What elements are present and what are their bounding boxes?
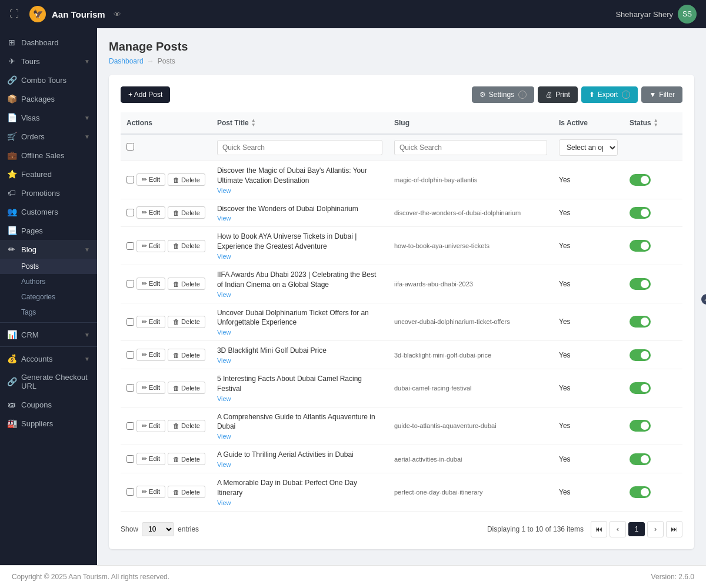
sidebar-item-customers[interactable]: 👥 Customers <box>0 202 97 221</box>
eye-icon[interactable]: 👁 <box>114 10 121 19</box>
settings-info-icon[interactable]: i <box>518 91 527 99</box>
edit-button-2[interactable]: ✏ Edit <box>136 240 165 252</box>
main-layout: ⊞ Dashboard ✈ Tours ▼ 🔗 Combo Tours 📦 Pa… <box>0 28 706 565</box>
next-page-button[interactable]: › <box>647 521 664 537</box>
edit-button-6[interactable]: ✏ Edit <box>136 382 165 394</box>
generate-checkout-icon: 🔗 <box>7 377 16 386</box>
delete-button-9[interactable]: 🗑 Delete <box>168 486 205 498</box>
export-button[interactable]: ⬆ Export i <box>581 86 638 103</box>
sidebar-item-suppliers[interactable]: 🏭 Suppliers <box>0 414 97 433</box>
edit-button-9[interactable]: ✏ Edit <box>136 486 165 498</box>
sidebar-item-blog[interactable]: ✏ Blog ▼ ◀ <box>0 240 97 259</box>
sidebar-item-accounts[interactable]: 💰 Accounts ▼ <box>0 349 97 368</box>
breadcrumb-home[interactable]: Dashboard <box>109 57 144 65</box>
expand-icon[interactable]: ⛶ <box>9 9 19 19</box>
row-checkbox-7[interactable] <box>126 422 134 430</box>
th-post-title[interactable]: Post Title ▲▼ <box>211 112 388 134</box>
post-view-link-8[interactable]: View <box>217 461 382 468</box>
sidebar-item-visas[interactable]: 📄 Visas ▼ <box>0 108 97 127</box>
sidebar-item-dashboard[interactable]: ⊞ Dashboard <box>0 33 97 52</box>
sidebar-item-pages[interactable]: 📃 Pages <box>0 221 97 240</box>
sidebar-item-tours[interactable]: ✈ Tours ▼ <box>0 52 97 71</box>
row-is-active-0: Yes <box>553 161 624 199</box>
prev-page-button[interactable]: ‹ <box>610 521 626 537</box>
status-toggle-3[interactable] <box>630 278 651 290</box>
filter-button[interactable]: ▼ Filter <box>641 86 682 103</box>
post-view-link-1[interactable]: View <box>217 215 382 222</box>
row-title-9: A Memorable Day in Dubai: Perfect One Da… <box>211 473 388 511</box>
delete-button-8[interactable]: 🗑 Delete <box>168 453 205 465</box>
sidebar-sub-authors[interactable]: Authors <box>0 274 97 289</box>
sidebar-sub-tags[interactable]: Tags <box>0 305 97 320</box>
sidebar-sub-posts[interactable]: Posts <box>0 259 97 274</box>
row-checkbox-8[interactable] <box>126 455 134 463</box>
sidebar-item-coupons[interactable]: 🎟 Coupons <box>0 395 97 414</box>
edit-button-4[interactable]: ✏ Edit <box>136 316 165 328</box>
export-info-icon[interactable]: i <box>622 91 630 99</box>
edit-button-7[interactable]: ✏ Edit <box>136 420 165 432</box>
th-status[interactable]: Status ▲▼ <box>624 112 682 134</box>
row-actions-0: ✏ Edit 🗑 Delete <box>121 161 211 199</box>
delete-button-4[interactable]: 🗑 Delete <box>168 316 205 328</box>
post-view-link-6[interactable]: View <box>217 395 382 402</box>
edit-button-5[interactable]: ✏ Edit <box>136 349 165 361</box>
post-view-link-7[interactable]: View <box>217 433 382 440</box>
row-checkbox-5[interactable] <box>126 351 134 359</box>
post-view-link-3[interactable]: View <box>217 291 382 298</box>
post-view-link-4[interactable]: View <box>217 329 382 336</box>
status-toggle-5[interactable] <box>630 349 651 361</box>
sidebar-item-offline-sales[interactable]: 💼 Offline Sales <box>0 146 97 165</box>
post-view-link-0[interactable]: View <box>217 187 382 194</box>
delete-button-6[interactable]: 🗑 Delete <box>168 382 205 394</box>
slug-search[interactable] <box>394 140 547 155</box>
sidebar-item-promotions[interactable]: 🏷 Promotions <box>0 183 97 202</box>
status-toggle-2[interactable] <box>630 240 651 252</box>
row-checkbox-2[interactable] <box>126 242 134 250</box>
row-checkbox-6[interactable] <box>126 384 134 392</box>
post-view-link-9[interactable]: View <box>217 499 382 506</box>
status-toggle-0[interactable] <box>630 174 651 186</box>
edit-button-1[interactable]: ✏ Edit <box>136 206 165 219</box>
last-page-button[interactable]: ⏭ <box>666 521 682 537</box>
status-toggle-8[interactable] <box>630 453 651 465</box>
first-page-button[interactable]: ⏮ <box>591 521 607 537</box>
settings-button[interactable]: ⚙ Settings i <box>472 86 534 103</box>
post-title-search[interactable] <box>217 140 382 155</box>
edit-button-3[interactable]: ✏ Edit <box>136 278 165 290</box>
delete-button-3[interactable]: 🗑 Delete <box>168 278 205 290</box>
status-toggle-7[interactable] <box>630 420 651 432</box>
add-post-button[interactable]: + Add Post <box>121 86 170 103</box>
status-toggle-4[interactable] <box>630 316 651 328</box>
row-checkbox-3[interactable] <box>126 280 134 288</box>
sidebar-item-crm[interactable]: 📊 CRM ▼ <box>0 325 97 344</box>
row-checkbox-4[interactable] <box>126 318 134 326</box>
select-all-checkbox[interactable] <box>126 143 134 151</box>
row-checkbox-0[interactable] <box>126 176 134 183</box>
edit-button-8[interactable]: ✏ Edit <box>136 453 165 465</box>
row-checkbox-9[interactable] <box>126 488 134 496</box>
sidebar-item-packages[interactable]: 📦 Packages <box>0 89 97 108</box>
sidebar-sub-categories[interactable]: Categories <box>0 289 97 305</box>
search-actions-cell <box>121 134 211 161</box>
status-toggle-6[interactable] <box>630 382 651 394</box>
post-view-link-2[interactable]: View <box>217 253 382 260</box>
delete-button-0[interactable]: 🗑 Delete <box>168 173 205 186</box>
sidebar-item-label: Packages <box>21 95 90 103</box>
sidebar-item-orders[interactable]: 🛒 Orders ▼ <box>0 127 97 146</box>
sidebar-item-featured[interactable]: ⭐ Featured <box>0 165 97 183</box>
crm-icon: 📊 <box>7 330 16 339</box>
print-button[interactable]: 🖨 Print <box>538 86 578 103</box>
status-toggle-9[interactable] <box>630 486 651 498</box>
post-view-link-5[interactable]: View <box>217 357 382 364</box>
sidebar-item-combo-tours[interactable]: 🔗 Combo Tours <box>0 71 97 89</box>
sidebar-item-generate-checkout[interactable]: 🔗 Generate Checkout URL <box>0 368 97 395</box>
is-active-select[interactable]: Select an option Yes No <box>559 139 618 156</box>
status-toggle-1[interactable] <box>630 207 651 219</box>
delete-button-2[interactable]: 🗑 Delete <box>168 240 205 252</box>
delete-button-5[interactable]: 🗑 Delete <box>168 349 205 361</box>
row-checkbox-1[interactable] <box>126 209 134 216</box>
delete-button-1[interactable]: 🗑 Delete <box>168 206 205 219</box>
delete-button-7[interactable]: 🗑 Delete <box>168 420 205 432</box>
edit-button-0[interactable]: ✏ Edit <box>136 173 165 186</box>
page-size-select[interactable]: 10 25 50 100 <box>142 522 174 536</box>
